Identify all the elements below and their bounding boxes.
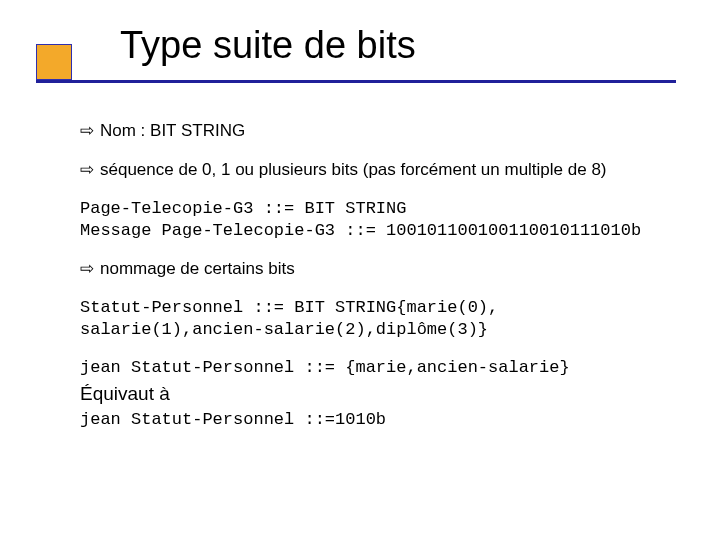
code-block-2: Statut-Personnel ::= BIT STRING{marie(0)… <box>80 297 660 341</box>
equiv-label: Équivaut à <box>80 381 660 407</box>
bullet-3: ⇨nommage de certains bits <box>80 258 660 281</box>
slide: Type suite de bits ⇨Nom : BIT STRING ⇨sé… <box>0 0 720 540</box>
bullet-3-text: nommage de certains bits <box>100 259 295 278</box>
bullet-1: ⇨Nom : BIT STRING <box>80 120 660 143</box>
accent-square <box>36 44 72 80</box>
bullet-1-text: Nom : BIT STRING <box>100 121 245 140</box>
arrow-icon: ⇨ <box>80 258 94 281</box>
arrow-icon: ⇨ <box>80 120 94 143</box>
bullet-2-text: séquence de 0, 1 ou plusieurs bits (pas … <box>100 160 607 179</box>
code-block-4: jean Statut-Personnel ::=1010b <box>80 409 660 431</box>
code-block-1: Page-Telecopie-G3 ::= BIT STRING Message… <box>80 198 660 242</box>
code-block-3: jean Statut-Personnel ::= {marie,ancien-… <box>80 357 660 379</box>
slide-body: ⇨Nom : BIT STRING ⇨séquence de 0, 1 ou p… <box>80 120 660 447</box>
title-underline <box>36 80 676 83</box>
bullet-2: ⇨séquence de 0, 1 ou plusieurs bits (pas… <box>80 159 660 182</box>
slide-title: Type suite de bits <box>120 24 416 67</box>
arrow-icon: ⇨ <box>80 159 94 182</box>
